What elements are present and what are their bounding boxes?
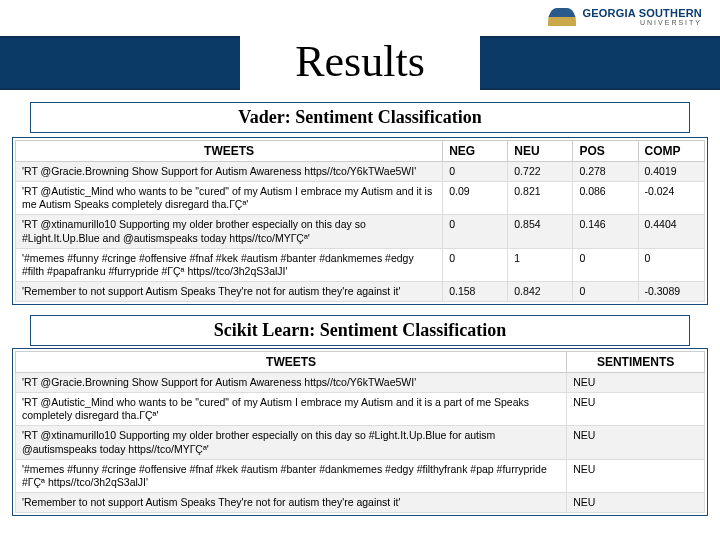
cell-tweet: 'Remember to not support Autism Speaks T… xyxy=(16,492,567,512)
col-sentiments: SENTIMENTS xyxy=(567,352,705,373)
cell-pos: 0 xyxy=(573,281,638,301)
cell-neg: 0 xyxy=(443,215,508,248)
cell-comp: 0 xyxy=(638,248,705,281)
vader-table: TWEETS NEG NEU POS COMP 'RT @Gracie.Brow… xyxy=(15,140,705,302)
scikit-table-wrap: TWEETS SENTIMENTS 'RT @Gracie.Browning S… xyxy=(12,348,708,516)
col-pos: POS xyxy=(573,141,638,162)
section-vader-title: Vader: Sentiment Classification xyxy=(30,102,690,133)
scikit-table: TWEETS SENTIMENTS 'RT @Gracie.Browning S… xyxy=(15,351,705,513)
table-row: 'RT @Gracie.Browning Show Support for Au… xyxy=(16,162,705,182)
table-row: 'RT @Autistic_Mind who wants to be "cure… xyxy=(16,393,705,426)
cell-sent: NEU xyxy=(567,373,705,393)
table-row: '#memes #funny #cringe #offensive #fnaf … xyxy=(16,459,705,492)
logo-name: GEORGIA SOUTHERN xyxy=(582,7,702,19)
col-neu: NEU xyxy=(508,141,573,162)
cell-tweet: 'RT @xtinamurillo10 Supporting my older … xyxy=(16,426,567,459)
col-neg: NEG xyxy=(443,141,508,162)
table-row: 'Remember to not support Autism Speaks T… xyxy=(16,281,705,301)
cell-neu: 0.854 xyxy=(508,215,573,248)
cell-tweet: 'RT @Autistic_Mind who wants to be "cure… xyxy=(16,393,567,426)
cell-neg: 0.158 xyxy=(443,281,508,301)
slide-title: Results xyxy=(240,32,480,91)
cell-neu: 0.842 xyxy=(508,281,573,301)
cell-pos: 0.278 xyxy=(573,162,638,182)
logo-mark-icon xyxy=(548,8,576,26)
cell-neg: 0 xyxy=(443,162,508,182)
cell-sent: NEU xyxy=(567,393,705,426)
cell-pos: 0.086 xyxy=(573,182,638,215)
vader-table-wrap: TWEETS NEG NEU POS COMP 'RT @Gracie.Brow… xyxy=(12,137,708,305)
section-scikit-title: Scikit Learn: Sentiment Classification xyxy=(30,315,690,346)
logo-text: GEORGIA SOUTHERN UNIVERSITY xyxy=(582,8,702,26)
cell-comp: -0.3089 xyxy=(638,281,705,301)
table-row: 'RT @Autistic_Mind who wants to be "cure… xyxy=(16,182,705,215)
cell-neg: 0 xyxy=(443,248,508,281)
cell-sent: NEU xyxy=(567,426,705,459)
cell-neu: 0.821 xyxy=(508,182,573,215)
cell-comp: 0.4404 xyxy=(638,215,705,248)
cell-tweet: '#memes #funny #cringe #offensive #fnaf … xyxy=(16,248,443,281)
cell-sent: NEU xyxy=(567,492,705,512)
table-row: 'RT @xtinamurillo10 Supporting my older … xyxy=(16,426,705,459)
cell-comp: 0.4019 xyxy=(638,162,705,182)
cell-tweet: 'RT @Gracie.Browning Show Support for Au… xyxy=(16,162,443,182)
brand-logo: GEORGIA SOUTHERN UNIVERSITY xyxy=(548,8,702,26)
cell-neu: 1 xyxy=(508,248,573,281)
table-row: 'RT @Gracie.Browning Show Support for Au… xyxy=(16,373,705,393)
cell-tweet: 'Remember to not support Autism Speaks T… xyxy=(16,281,443,301)
table-row: 'Remember to not support Autism Speaks T… xyxy=(16,492,705,512)
slide-content: Vader: Sentiment Classification TWEETS N… xyxy=(12,98,708,516)
cell-pos: 0 xyxy=(573,248,638,281)
table-row: '#memes #funny #cringe #offensive #fnaf … xyxy=(16,248,705,281)
cell-pos: 0.146 xyxy=(573,215,638,248)
cell-tweet: '#memes #funny #cringe #offensive #fnaf … xyxy=(16,459,567,492)
cell-sent: NEU xyxy=(567,459,705,492)
cell-comp: -0.024 xyxy=(638,182,705,215)
cell-tweet: 'RT @Gracie.Browning Show Support for Au… xyxy=(16,373,567,393)
col-comp: COMP xyxy=(638,141,705,162)
col-tweets: TWEETS xyxy=(16,352,567,373)
cell-tweet: 'RT @Autistic_Mind who wants to be "cure… xyxy=(16,182,443,215)
table-row: 'RT @xtinamurillo10 Supporting my older … xyxy=(16,215,705,248)
cell-tweet: 'RT @xtinamurillo10 Supporting my older … xyxy=(16,215,443,248)
cell-neg: 0.09 xyxy=(443,182,508,215)
cell-neu: 0.722 xyxy=(508,162,573,182)
logo-sub: UNIVERSITY xyxy=(582,19,702,26)
col-tweets: TWEETS xyxy=(16,141,443,162)
